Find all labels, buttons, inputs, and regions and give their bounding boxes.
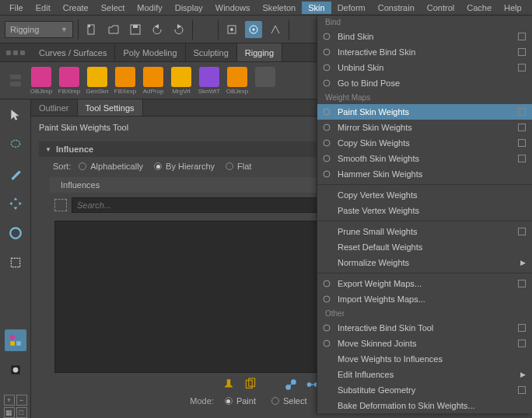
menu-item[interactable]: Interactive Bind Skin Tool [317,320,532,336]
shelf-item[interactable]: OBJexp [224,67,250,95]
menu-item[interactable]: Smooth Skin Weights [317,151,532,166]
menu-item[interactable]: Substitute Geometry [317,382,532,398]
select-tool-icon[interactable] [5,104,26,126]
menu-item[interactable]: Hammer Skin Weights [317,166,532,182]
workspace-select[interactable]: Rigging ▼ [5,21,73,38]
menu-help[interactable]: Help [498,2,528,14]
shelf-item[interactable]: FBXimp [56,67,82,95]
joint-icon-1[interactable] [284,378,298,392]
shelf-item[interactable]: AdProp [140,67,166,95]
option-box-icon[interactable] [518,64,526,71]
menu-control[interactable]: Control [421,2,460,14]
menu-item[interactable]: Mirror Skin Weights [317,120,532,135]
menu-item[interactable]: Reset Default Weights [317,239,532,255]
option-box-icon[interactable] [518,108,526,116]
option-box-icon[interactable] [518,228,526,235]
option-box-icon[interactable] [518,280,526,287]
paint-tool-icon[interactable] [5,163,26,185]
menu-item[interactable]: Unbind Skin [317,60,532,75]
redo-icon[interactable] [170,21,187,38]
open-scene-icon[interactable] [105,21,122,38]
submenu-arrow-icon: ▶ [520,371,526,378]
lasso-tool-icon[interactable] [5,134,26,155]
menu-item[interactable]: Paint Skin Weights [317,104,532,120]
undo-icon[interactable] [149,21,166,38]
option-box-icon[interactable] [518,139,526,147]
sort-option[interactable]: Flat [226,162,251,171]
view-grid-icon[interactable]: ▦ [4,407,15,418]
shelf-item[interactable]: SknWtT [196,67,222,95]
menu-group-heading: Other [317,307,532,320]
snap-icon-1[interactable] [223,21,240,38]
menu-skin[interactable]: Skin [302,2,331,14]
option-box-icon[interactable] [518,324,526,332]
panel-tab[interactable]: Outliner [31,99,78,116]
weights-tool-icon[interactable] [5,329,26,351]
menu-create[interactable]: Create [57,2,95,14]
svg-line-20 [289,382,294,388]
menu-item[interactable]: Bake Deformation to Skin Weights... [317,398,532,413]
menu-item[interactable]: Go to Bind Pose [317,75,532,91]
menu-select[interactable]: Select [95,2,131,14]
menu-item[interactable]: Paste Vertex Weights [317,203,532,218]
shelf-item[interactable]: FBXexp [112,67,138,95]
pin-icon[interactable] [222,378,236,392]
menu-item[interactable]: Edit Influences▶ [317,367,532,382]
menu-windows[interactable]: Windows [209,2,257,14]
panel-tab[interactable]: Tool Settings [78,99,143,116]
menu-item[interactable]: Normalize Weights▶ [317,255,532,270]
menu-deform[interactable]: Deform [331,2,372,14]
option-box-icon[interactable] [518,33,526,40]
snap-icon-3[interactable] [267,21,284,38]
marquee-tool-icon[interactable] [5,252,26,273]
shelf-tab[interactable]: Poly Modeling [115,44,185,61]
menu-file[interactable]: File [3,2,30,14]
mode-option[interactable]: Select [271,396,307,406]
shelf-item[interactable]: GenSkn [84,67,110,95]
shelf-menu-icon[interactable] [0,44,31,61]
shelf-item[interactable]: OBJimp [28,67,54,95]
menu-edit[interactable]: Edit [30,2,57,14]
view-box-icon[interactable]: □ [16,407,27,418]
menu-item[interactable]: Copy Vertex Weights [317,187,532,203]
shelf-tab[interactable]: Curves / Surfaces [31,44,115,61]
sort-option[interactable]: Alphabetically [79,162,143,171]
menu-cache[interactable]: Cache [460,2,498,14]
save-scene-icon[interactable] [127,21,144,38]
menu-display[interactable]: Display [169,2,209,14]
rotate-tool-icon[interactable] [5,222,26,244]
option-box-icon[interactable] [518,124,526,131]
separator [289,19,289,40]
menu-item[interactable]: Prune Small Weights [317,224,532,239]
menu-item[interactable]: Import Weights Maps... [317,291,532,307]
view-add-icon[interactable]: + [4,395,15,406]
shelf-tab[interactable]: Sculpting [186,44,237,61]
move-tool-icon[interactable] [5,193,26,214]
menu-modify[interactable]: Modify [131,2,168,14]
option-box-icon[interactable] [518,155,526,162]
option-box-icon[interactable] [518,340,526,347]
shelf-toggle-icon[interactable] [5,75,26,86]
menu-skeleton[interactable]: Skeleton [256,2,302,14]
option-box-icon[interactable] [518,386,526,394]
menu-item[interactable]: Interactive Bind Skin [317,44,532,60]
menu-item-label: Bind Skin [338,32,513,41]
view-sub-icon[interactable]: − [16,395,27,406]
option-box-icon[interactable] [518,48,526,56]
menu-constrain[interactable]: Constrain [372,2,421,14]
snap-icon-2[interactable] [245,21,262,38]
new-scene-icon[interactable] [83,21,100,38]
menu-item[interactable]: Copy Skin Weights [317,135,532,151]
shelf-item[interactable]: MrgVrt [168,67,194,95]
menu-item[interactable]: Bind Skin [317,29,532,44]
menu-item[interactable]: Move Weights to Influences [317,351,532,367]
shelf-tab[interactable]: Rigging [237,44,282,61]
menu-item[interactable]: Export Weight Maps... [317,276,532,291]
menu-item[interactable]: Move Skinned Joints [317,336,532,351]
mode-option[interactable]: Paint [225,396,256,406]
shelf-item[interactable] [252,67,278,95]
shade-tool-icon[interactable] [5,359,26,381]
copy-icon[interactable] [243,378,257,392]
sort-option[interactable]: By Hierarchy [154,162,215,171]
filter-icon[interactable] [54,199,67,211]
